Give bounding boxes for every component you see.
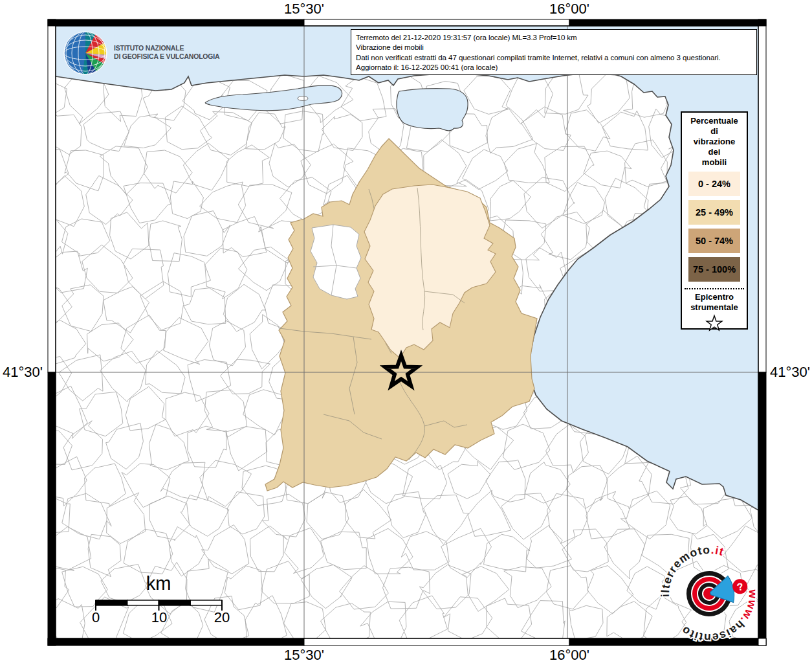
- macroseismic-map-page: 15°30' 16°00' 15°30' 16°00' 41°30' 41°30…: [0, 0, 812, 663]
- haisentitoilterremoto-logo: ilterremoto.it www.haisentito ?: [659, 541, 775, 651]
- scalebar-tick-20: 20: [214, 609, 230, 626]
- scalebar-tick-10: 10: [151, 609, 167, 626]
- scalebar-tick-0: 0: [92, 609, 100, 626]
